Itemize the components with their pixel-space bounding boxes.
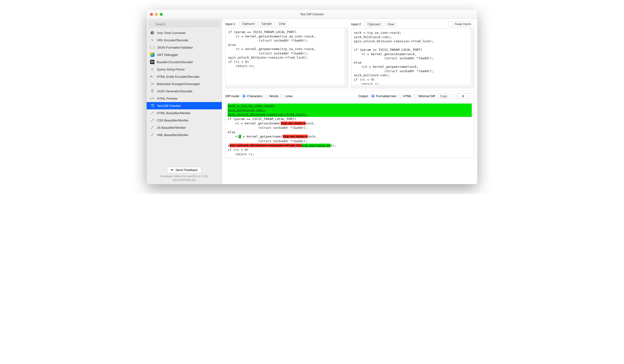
sidebar-item-url-encoder[interactable]: % URL Encoder/Decoder (147, 36, 222, 44)
sidebar-item-html-beautifier[interactable]: HTML Beautifier/Minifier (147, 109, 222, 117)
radio-icon (371, 94, 375, 98)
output-label: Output: (358, 94, 369, 98)
radio-words[interactable]: Words (264, 94, 278, 98)
sidebar-item-css-beautifier[interactable]: CSS Beautifier/Minifier (147, 117, 222, 124)
chevron-left-icon: 〈 (455, 94, 458, 98)
diff-nav-prev-button[interactable]: 〈 (453, 94, 460, 99)
sidebar-item-js-beautifier[interactable]: JS Beautifier/Minifier (147, 124, 222, 131)
input1-clipboard-button[interactable]: Clipboard (239, 21, 257, 26)
radio-characters[interactable]: Characters (242, 94, 263, 98)
scroll-corner (345, 85, 348, 88)
window-controls (147, 13, 163, 16)
diff-nav-count: 6 (460, 94, 467, 99)
diff-output[interactable]: sock = tcp_sw_conn->sock; sock_hold(sock… (225, 102, 474, 158)
diff-icon: +ab-cd (150, 103, 155, 108)
sidebar-item-label: JWT Debugger (157, 53, 178, 57)
diff-deleted: tcp_sw_conn-> (283, 135, 308, 138)
uuid-icon: UUID (150, 89, 155, 93)
sidebar-item-label: Query String Parser (157, 68, 185, 71)
wand-icon (150, 118, 155, 122)
sidebar-item-backslash-escaper[interactable]: \n Backslash Escaper/Unescaper (147, 80, 222, 88)
titlebar: Text Diff Checker (147, 10, 477, 19)
input2-label: Input 2: (351, 22, 362, 26)
sidebar-item-base64[interactable]: 64 Base64 Encoder/Decoder (147, 58, 222, 66)
diff-deleted: pin_unlock_bh(&conn->session->frwd_loc (230, 144, 302, 147)
scrollbar-vertical[interactable] (345, 28, 348, 88)
sidebar-item-label: XML Beautifier/Minifier (157, 133, 188, 137)
sidebar-item-html-entity[interactable]: #; HTML Entity Encoder/Decoder (147, 73, 222, 80)
sidebar-item-label: JS Beautifier/Minifier (157, 126, 186, 129)
sidebar-item-jwt-debugger[interactable]: ✦ JWT Debugger (147, 51, 222, 58)
radio-html[interactable]: HTML (398, 94, 412, 98)
sidebar-item-text-diff[interactable]: +ab-cd Text Diff Checker (147, 102, 222, 109)
diff-nav-stepper: 〈 6 〉 (452, 93, 474, 99)
wand-icon (150, 125, 155, 130)
backslash-icon: \n (150, 82, 155, 86)
radio-icon (280, 94, 284, 98)
app-window: Text Diff Checker Unix Time Converter % … (147, 10, 477, 184)
main-panel: Input 1: Clipboard Sample Clear if (para… (222, 19, 477, 184)
radio-formatted-text[interactable]: Formatted text (371, 94, 396, 98)
base64-icon: 64 (150, 60, 155, 64)
feedback-label: Send Feedback (175, 168, 197, 172)
envelope-icon: ✉ (171, 168, 173, 172)
input1-clear-button[interactable]: Clear (276, 21, 288, 26)
radio-icon (264, 94, 268, 98)
hash-semi-icon: #; (150, 74, 155, 79)
scrollbar-horizontal[interactable] (226, 85, 348, 88)
sidebar: Unix Time Converter % URL Encoder/Decode… (147, 19, 222, 184)
send-feedback-button[interactable]: ✉ Send Feedback (167, 167, 201, 173)
input1-sample-button[interactable]: Sample (259, 21, 274, 26)
sidebar-item-label: Unix Time Converter (157, 31, 185, 35)
ampersand-icon: & (150, 67, 155, 72)
minimize-window-button[interactable] (155, 13, 158, 16)
sidebar-item-uuid[interactable]: UUID UUID Generator/Decoder (147, 88, 222, 95)
sidebar-item-label: UUID Generator/Decoder (157, 89, 193, 93)
diff-added-block: sock = tcp_sw_conn->sock; sock_hold(sock… (228, 103, 472, 117)
copy-button[interactable]: Copy (438, 94, 450, 99)
radio-lines[interactable]: Lines (280, 94, 293, 98)
scrollbar-vertical[interactable] (470, 29, 474, 88)
radio-icon (398, 94, 402, 98)
clock-icon (150, 31, 155, 35)
footer-text: Developer Utilities for macOS 1.4.1 (31)… (160, 174, 208, 182)
sidebar-footer: ✉ Send Feedback Developer Utilities for … (147, 165, 222, 184)
tool-list: Unix Time Converter % URL Encoder/Decode… (147, 29, 222, 165)
wand-icon (150, 111, 155, 115)
chevron-left-icon: 〈 (451, 22, 454, 26)
scrollbar-horizontal[interactable] (351, 85, 474, 88)
input1-textarea[interactable]: if (param == ISCSI_PARAM_LOCAL_PORT) rc … (225, 28, 348, 88)
scroll-corner (470, 85, 474, 88)
wand-icon (150, 133, 155, 137)
sidebar-item-label: URL Encoder/Decoder (157, 38, 188, 42)
input1-label: Input 1: (225, 22, 236, 26)
swap-inputs-button[interactable]: 〈 Swap Inputs (448, 21, 474, 27)
jwt-icon: ✦ (150, 52, 155, 57)
input2-textarea[interactable]: sock = tcp_sw_conn->sock; sock_hold(sock… (351, 28, 474, 88)
sidebar-item-json-formatter[interactable]: {,} JSON Formatter/Validator (147, 44, 222, 51)
sidebar-item-html-preview[interactable]: </> HTML Preview (147, 95, 222, 102)
braces-icon: {,} (150, 45, 155, 49)
angles-icon: </> (150, 96, 155, 101)
sidebar-item-label: JSON Formatter/Validator (157, 46, 193, 49)
zoom-window-button[interactable] (160, 13, 163, 16)
percent-icon: % (150, 38, 155, 42)
sidebar-item-label: Text Diff Checker (157, 104, 181, 108)
input2-clear-button[interactable]: Clear (385, 22, 397, 27)
controls-row: Diff mode: Characters Words Lines Output… (222, 91, 477, 100)
sidebar-item-label: HTML Entity Encoder/Decoder (157, 75, 200, 78)
input1-panel: Input 1: Clipboard Sample Clear if (para… (225, 21, 348, 88)
input2-clipboard-button[interactable]: Clipboard (364, 22, 383, 27)
sidebar-item-unix-time[interactable]: Unix Time Converter (147, 29, 222, 36)
close-window-button[interactable] (150, 13, 153, 16)
sidebar-item-label: Base64 Encoder/Decoder (157, 60, 193, 64)
diff-added: 2 (239, 135, 241, 138)
input2-panel: Input 2: Clipboard Clear 〈 Swap Inputs s… (351, 21, 474, 88)
search-input[interactable] (149, 21, 220, 27)
radio-icon (242, 94, 246, 98)
sidebar-item-label: CSS Beautifier/Minifier (157, 119, 189, 122)
diff-nav-next-button[interactable]: 〉 (467, 94, 474, 99)
radio-minimal-diff[interactable]: Minimal Diff (414, 94, 435, 98)
sidebar-item-query-string[interactable]: & Query String Parser (147, 66, 222, 73)
sidebar-item-xml-beautifier[interactable]: XML Beautifier/Minifier (147, 131, 222, 139)
